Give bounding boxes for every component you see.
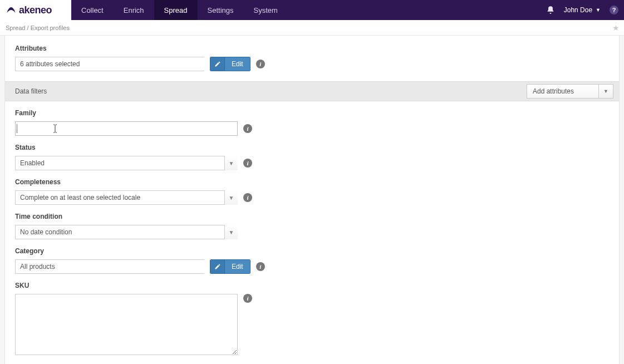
favorite-star-icon[interactable]: ★ [612, 23, 620, 32]
family-input[interactable] [15, 121, 238, 136]
nav-spread[interactable]: Spread [154, 0, 198, 20]
attributes-label: Attributes [15, 45, 609, 52]
edit-label: Edit [225, 57, 250, 71]
add-attributes-button[interactable]: Add attributes [527, 84, 599, 99]
attributes-edit-button[interactable]: Edit [210, 57, 250, 71]
time-condition-label: Time condition [15, 213, 609, 220]
breadcrumb: Spread / Export profiles ★ [0, 20, 624, 36]
brand-name: akeneo [19, 4, 52, 16]
info-icon[interactable]: i [243, 159, 252, 168]
sku-label: SKU [15, 282, 609, 289]
add-attributes-dropdown[interactable]: ▼ [599, 84, 613, 99]
nav-collect[interactable]: Collect [71, 0, 114, 20]
edit-label: Edit [225, 260, 250, 273]
help-icon[interactable]: ? [610, 6, 618, 14]
family-label: Family [15, 109, 609, 117]
chevron-down-icon: ▼ [224, 190, 238, 205]
category-value: All products [15, 259, 204, 274]
info-icon[interactable]: i [243, 294, 252, 303]
status-value: Enabled [20, 159, 45, 167]
chevron-down-icon: ▼ [224, 225, 238, 239]
sku-textarea[interactable] [15, 294, 238, 355]
status-label: Status [15, 144, 609, 151]
info-icon[interactable]: i [243, 124, 252, 133]
chevron-down-icon: ▼ [603, 88, 608, 94]
chevron-down-icon: ▼ [224, 156, 238, 170]
pencil-icon [210, 260, 225, 273]
category-label: Category [15, 247, 609, 255]
main-nav: Collect Enrich Spread Settings System [71, 0, 288, 20]
chevron-down-icon: ▼ [596, 7, 601, 13]
info-icon[interactable]: i [256, 262, 265, 271]
completeness-value: Complete on at least one selected locale [20, 194, 140, 201]
nav-system[interactable]: System [244, 0, 288, 20]
time-condition-select[interactable]: No date condition ▼ [15, 225, 238, 239]
info-icon[interactable]: i [256, 60, 265, 68]
text-cursor-icon [52, 124, 58, 133]
notifications-icon[interactable] [546, 6, 555, 14]
nav-settings[interactable]: Settings [198, 0, 244, 20]
status-select[interactable]: Enabled ▼ [15, 156, 238, 170]
attributes-selected: 6 attributes selected [15, 57, 204, 71]
akeneo-logo-icon [6, 4, 17, 16]
user-name: John Doe [564, 6, 592, 14]
time-condition-value: No date condition [20, 228, 72, 236]
breadcrumb-page: Export profiles [31, 24, 70, 31]
user-menu[interactable]: John Doe ▼ [564, 6, 601, 14]
breadcrumb-root[interactable]: Spread [6, 24, 25, 31]
completeness-label: Completeness [15, 178, 609, 186]
pencil-icon [210, 57, 225, 71]
nav-enrich[interactable]: Enrich [114, 0, 154, 20]
brand-logo[interactable]: akeneo [0, 0, 71, 20]
completeness-select[interactable]: Complete on at least one selected locale… [15, 190, 238, 205]
data-filters-title: Data filters [15, 87, 47, 95]
data-filters-bar: Data filters Add attributes ▼ [5, 81, 619, 101]
info-icon[interactable]: i [243, 193, 252, 202]
category-edit-button[interactable]: Edit [210, 259, 250, 274]
